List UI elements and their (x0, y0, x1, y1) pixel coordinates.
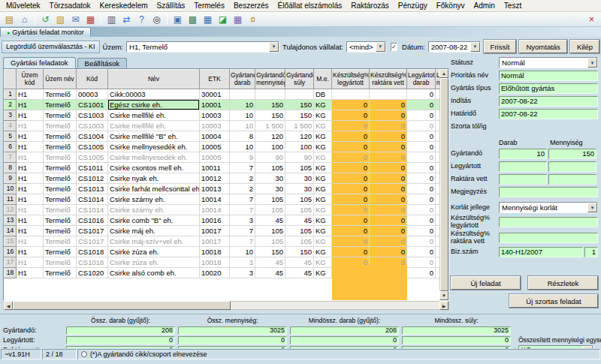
summary-col-header-2: Mindössz. darab (gyűjtő): (288, 317, 400, 324)
menu-item-0[interactable]: Műveletek (2, 1, 45, 11)
table-row[interactable]: 13H1TermelőCS1016Csirke comb "B" eh.1001… (5, 215, 441, 226)
menu-item-9[interactable]: Főkönyv (432, 1, 470, 11)
table-row[interactable]: 5H1TermelőCS1004Csirke mellfilé "B" eh.1… (5, 131, 441, 142)
refresh-button[interactable]: Frissít (484, 40, 517, 53)
column-header-4[interactable]: Név (108, 70, 200, 89)
table-row[interactable]: 12H1TermelőCS1014Csirke szárny eh.100147… (5, 205, 441, 215)
table-row[interactable]: 8H1TermelőCS1011Csirke csontos mell eh.1… (5, 163, 441, 173)
cards-button[interactable]: ▦ (83, 13, 98, 26)
table-row[interactable]: 1H1Termelő00003Cikk:0000330001DB0 (5, 89, 441, 100)
menu-item-7[interactable]: Raktározás (346, 1, 394, 11)
plant-combo[interactable]: H1, Termelő ▼ (126, 41, 279, 53)
chevron-down-icon[interactable]: ▼ (376, 42, 385, 52)
menu-item-3[interactable]: Szállítás (153, 1, 190, 11)
tab-beallitasok[interactable]: Beállítások (77, 58, 127, 68)
cell: 0 (407, 152, 436, 163)
column-header-9[interactable]: M.e. (314, 70, 332, 89)
table-button[interactable]: ▦ (201, 13, 215, 26)
plant-selector-mode-button[interactable]: Legördülő üzemválasztás - KI (2, 41, 100, 53)
table-row[interactable]: 9H1TermelőCS1012Csirke nyak eh.100122303… (5, 173, 441, 184)
home-button[interactable]: ⌂ (17, 13, 32, 26)
table-row[interactable]: 6H1TermelőCS1005Csirke mellnyesedék eh.1… (5, 142, 441, 152)
menu-item-2[interactable]: Kereskedelem (95, 1, 153, 11)
chevron-down-icon[interactable]: ▼ (587, 203, 597, 212)
horizontal-scrollbar[interactable]: ◀ ▶ (3, 301, 449, 310)
radio-icon[interactable] (81, 351, 87, 357)
tab-gyartasi-feladatok[interactable]: Gyártási feladatok (3, 57, 76, 68)
exit-button[interactable]: Kilép (570, 40, 599, 53)
column-header-12[interactable]: Legyártott darab (407, 70, 436, 89)
cell: 0 (370, 121, 407, 131)
chevron-down-icon[interactable]: ▼ (269, 42, 279, 52)
column-header-1[interactable]: Üzem kód (17, 70, 44, 89)
table-row[interactable]: 11H1TermelőCS1014Csirke szárny eh.100147… (5, 194, 441, 205)
column-header-7[interactable]: Gyártandó mennyiség (255, 70, 285, 89)
undo-button[interactable]: ↺ (38, 13, 53, 26)
chevron-down-icon[interactable]: ▼ (470, 42, 480, 52)
menu-item-4[interactable]: Termelés (189, 1, 229, 11)
vertical-scrollbar[interactable]: ▲ ▼ (439, 69, 448, 300)
details-button[interactable]: Részletek (528, 276, 598, 290)
chevron-down-icon[interactable]: ▼ (587, 58, 597, 68)
column-header-8[interactable]: Gyártandó súly (285, 70, 314, 89)
table-row[interactable]: 15H1TermelőCS1017Csirke máj-szív+vel eh.… (5, 236, 441, 247)
status-combo[interactable]: Normál ▼ (499, 57, 598, 68)
table-row[interactable]: 10H1TermelőCS1013Csirke farhát mellcsont… (5, 184, 441, 194)
new-szorta-task-button[interactable]: Új szortas feladat (509, 294, 598, 308)
column-header-2[interactable]: Üzem név (44, 70, 77, 89)
layers-button[interactable]: ▩ (186, 13, 200, 26)
cell: 10005 (200, 152, 230, 163)
cell: 45 (255, 268, 285, 278)
date-combo[interactable]: 2007-08-22 ▼ (428, 41, 481, 53)
menu-item-8[interactable]: Pénzügy (394, 1, 432, 11)
notes-button[interactable]: ▤ (2, 13, 17, 26)
row-selector-header[interactable] (5, 70, 17, 89)
column-header-6[interactable]: Gyártandó darab (230, 70, 255, 89)
table-row[interactable]: 16H1TermelőCS1018Csirke zúza eh.10018101… (5, 247, 441, 257)
search-button[interactable]: ◎ (149, 13, 164, 26)
scroll-right-button[interactable]: ▶ (439, 301, 448, 310)
print-button[interactable]: ▥ (104, 13, 119, 26)
scroll-left-button[interactable]: ◀ (4, 301, 13, 310)
new-task-button[interactable]: Új feladat (451, 276, 521, 290)
help-button[interactable]: ? (134, 13, 149, 26)
mail-button[interactable]: ✉ (68, 13, 83, 26)
refresh-button[interactable]: ⇄ (119, 13, 134, 26)
cell: H1 (17, 268, 44, 278)
menu-item-5[interactable]: Beszerzés (229, 1, 273, 11)
vertical-scrollbar-thumb[interactable] (440, 78, 448, 291)
menu-item-11[interactable]: Teszt (500, 1, 526, 11)
menu-item-1[interactable]: Törzsadatok (45, 1, 95, 11)
cell: 0 (332, 100, 370, 110)
cell: 1 500 (255, 121, 285, 131)
table-row[interactable]: 4H1TermelőCS1003Csirke mellfilé eh.10003… (5, 121, 441, 131)
table-row[interactable]: 14H1TermelőCS1017Csirke máj eh.100177105… (5, 226, 441, 236)
print-button[interactable]: Nyomtatás (519, 40, 566, 53)
column-header-10[interactable]: Készültség% legyártott (332, 70, 370, 89)
scroll-down-button[interactable]: ▼ (439, 291, 448, 300)
calendar-button[interactable]: ▦ (231, 13, 245, 26)
owner-company-combo[interactable]: <mind> ▼ (346, 41, 386, 53)
chart-button[interactable]: ◪ (216, 13, 230, 26)
scroll-up-button[interactable]: ▲ (439, 69, 448, 78)
table-row[interactable]: 3H1TermelőCS1003Csirke mellfilé eh.10003… (5, 110, 441, 121)
cell: Termelő (44, 110, 77, 121)
limit-type-combo[interactable]: Mennyiségi korlát ▼ (499, 202, 598, 213)
exit-button[interactable]: × (584, 13, 599, 26)
money-button[interactable]: ¤ (246, 13, 260, 26)
table-row[interactable]: 7H1TermelőCS1005Csirke mellnyesedék eh.1… (5, 152, 441, 163)
cell: 0 (332, 110, 370, 121)
menu-item-6[interactable]: Élőállat elszámolás (273, 1, 347, 11)
tab-gyartasi-feladat-monitor[interactable]: ● Gyártási feladat monitor (0, 27, 91, 37)
notes-icon: ▤ (5, 15, 14, 24)
comment-field[interactable] (499, 187, 598, 197)
column-header-11[interactable]: Készültség% raktára vett (370, 70, 407, 89)
date-filter-checkbox[interactable]: ✓ (391, 43, 397, 51)
folder-button[interactable]: ▧ (53, 13, 68, 26)
column-header-5[interactable]: ETK (200, 70, 230, 89)
horizontal-scrollbar-thumb[interactable] (13, 301, 231, 310)
column-header-3[interactable]: Kód (77, 70, 108, 89)
table-row[interactable]: 2H1TermelőCS1001Egész csirke eh.10001101… (5, 100, 441, 110)
form-button[interactable]: ▣ (171, 13, 185, 26)
menu-item-10[interactable]: Admin (470, 1, 500, 11)
